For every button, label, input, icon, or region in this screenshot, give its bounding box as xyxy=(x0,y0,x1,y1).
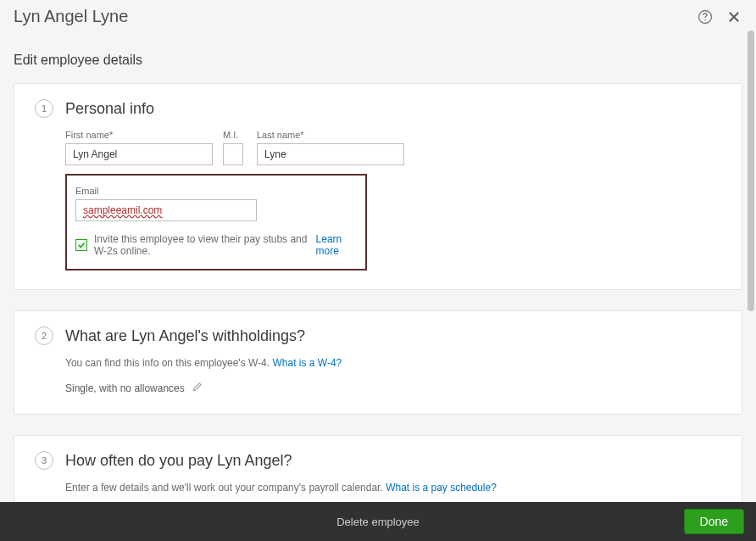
section-title-withholdings: What are Lyn Angel's withholdings? xyxy=(65,327,305,345)
withholdings-desc: You can find this info on this employee'… xyxy=(65,357,270,369)
mi-label: M.I. xyxy=(223,130,247,140)
scrollbar-thumb[interactable] xyxy=(748,31,754,311)
page-subtitle: Edit employee details xyxy=(14,53,742,68)
section-title-pay: How often do you pay Lyn Angel? xyxy=(65,452,292,470)
section-pay-schedule: 3 How often do you pay Lyn Angel? Enter … xyxy=(14,435,742,502)
email-label: Email xyxy=(75,186,257,196)
first-name-input[interactable] xyxy=(65,143,213,165)
close-icon[interactable] xyxy=(725,8,742,25)
email-value: sampleeamil.com xyxy=(83,204,162,216)
pay-desc: Enter a few details and we'll work out y… xyxy=(65,482,383,494)
help-icon[interactable] xyxy=(697,8,714,25)
svg-point-1 xyxy=(704,20,706,20)
modal-title: Lyn Angel Lyne xyxy=(14,7,128,26)
done-button[interactable]: Done xyxy=(684,509,744,534)
step-number-2: 2 xyxy=(35,326,53,345)
step-number-1: 1 xyxy=(35,99,53,118)
delete-employee-link[interactable]: Delete employee xyxy=(336,516,420,528)
step-number-3: 3 xyxy=(35,451,53,470)
learn-more-link[interactable]: Learn more xyxy=(316,233,357,257)
section-title-personal: Personal info xyxy=(65,100,154,118)
pencil-icon[interactable] xyxy=(192,381,203,395)
pay-schedule-link[interactable]: What is a pay schedule? xyxy=(386,482,497,494)
email-input[interactable]: sampleeamil.com xyxy=(75,199,257,221)
last-name-label: Last name* xyxy=(257,130,404,140)
scrollbar[interactable] xyxy=(748,31,754,499)
email-highlight-box: Email sampleeamil.com Invite this employ… xyxy=(65,174,367,270)
withholdings-status: Single, with no allowances xyxy=(65,382,185,394)
last-name-input[interactable] xyxy=(257,143,404,165)
modal-header: Lyn Angel Lyne xyxy=(0,0,756,26)
footer-bar: Delete employee Done xyxy=(0,502,756,541)
invite-checkbox[interactable] xyxy=(75,239,87,251)
w4-link[interactable]: What is a W-4? xyxy=(272,357,342,369)
section-personal-info: 1 Personal info First name* M.I. Last na… xyxy=(14,83,742,290)
first-name-label: First name* xyxy=(65,130,213,140)
mi-input[interactable] xyxy=(223,143,243,165)
content-scroll[interactable]: Edit employee details 1 Personal info Fi… xyxy=(0,31,748,502)
section-withholdings: 2 What are Lyn Angel's withholdings? You… xyxy=(14,310,742,415)
invite-text: Invite this employee to view their pay s… xyxy=(94,233,309,257)
